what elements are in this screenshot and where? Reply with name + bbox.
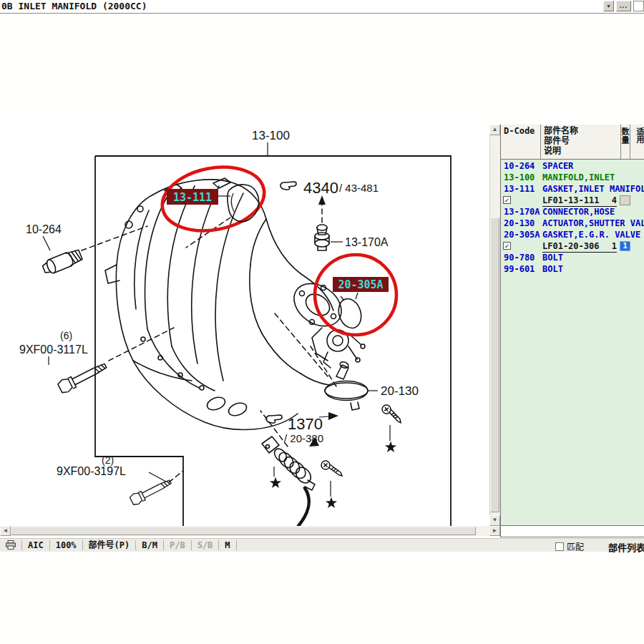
scroll-left-button[interactable]: ◄ [0, 526, 11, 536]
table-header: D-Code 部件名称 部件号 说明 数量 适用 [501, 125, 644, 160]
label-4340[interactable]: 4340 [303, 179, 338, 197]
m-button[interactable]: M [219, 540, 236, 550]
pb-button: P/B [164, 540, 192, 550]
scroll-right-button[interactable]: ► [489, 526, 500, 536]
section-bar: 0B INLET MANIFOLD (2000CC) ▼ ... [0, 0, 644, 14]
callout-1370[interactable]: 1370 / 20-380 [266, 412, 338, 447]
label-43-481[interactable]: / 43-481 [339, 182, 379, 194]
sb-button: S/B [192, 540, 220, 550]
part-code: 20-305A [504, 229, 542, 240]
star-marker [270, 477, 281, 488]
label-10-264[interactable]: 10-264 [26, 223, 62, 235]
zoom-level[interactable]: 100% [50, 540, 83, 550]
table-row[interactable]: 99-601 BOLT [501, 263, 644, 275]
part-qty: 1 [600, 240, 617, 252]
row-checkbox[interactable]: ✓ [503, 242, 511, 250]
table-row[interactable]: 10-264 SPACER [501, 160, 644, 172]
ellipsis-icon: ... [620, 1, 628, 9]
callout-9XF00-3197L[interactable]: (2) 9XF00-3197L [57, 454, 172, 506]
screw-drawing [380, 404, 403, 423]
label-1370[interactable]: 1370 [288, 415, 323, 433]
bm-button[interactable]: B/M [136, 540, 164, 550]
part-code: 13-100 [504, 172, 542, 183]
arrow-down-icon: ▼ [492, 517, 498, 523]
arrow-right-icon: ► [492, 527, 498, 534]
table-row[interactable]: 90-780 BOLT [501, 252, 644, 263]
label-9XF00-3117L[interactable]: 9XF00-3117L [19, 343, 88, 356]
arrow-left-icon: ◄ [3, 527, 9, 534]
table-row[interactable]: 13-100 MANIFOLD,INLET [501, 172, 644, 183]
section-combobox-value[interactable]: 0B INLET MANIFOLD (2000CC) [1, 1, 147, 11]
chevron-down-icon: ▼ [606, 4, 611, 9]
table-row-partnumber[interactable]: ✓ LF01-13-111 4 [501, 195, 644, 206]
part-name: GASKET,INLET MANIFOLD [542, 183, 644, 195]
combobox-dropdown-button[interactable]: ▼ [603, 1, 614, 11]
row-checkbox[interactable]: ✓ [503, 196, 511, 204]
column-header-name[interactable]: 部件名称 部件号 说明 [541, 125, 621, 159]
match-checkbox[interactable] [555, 542, 564, 551]
highlight-circle [315, 255, 396, 335]
header-name-line2: 部件号 [544, 136, 620, 146]
label-13-170A[interactable]: 13-170A [345, 236, 389, 248]
horizontal-scroll-thumb[interactable] [11, 527, 476, 535]
table-row[interactable]: 20-130 ACTUATOR,SHUTTER VALVE [501, 218, 644, 229]
part-code: 10-264 [504, 160, 542, 172]
part-name: BOLT [542, 252, 563, 263]
mini-field [633, 1, 644, 11]
hose-connector-drawing [315, 225, 329, 250]
part-code: 13-111 [504, 183, 542, 195]
part-number-button[interactable]: 部件号(P) [83, 540, 137, 550]
qty-cell[interactable] [620, 195, 630, 205]
bolt-drawing [129, 477, 172, 507]
parts-table-panel: D-Code 部件名称 部件号 说明 数量 适用 10-264 SPACER 1… [500, 125, 644, 525]
table-row[interactable]: 13-111 GASKET,INLET MANIFOLD [501, 183, 644, 195]
frame-label[interactable]: 13-100 [252, 129, 290, 142]
callout-4340[interactable]: 4340 / 43-481 [280, 179, 379, 197]
table-row[interactable]: 20-305A GASKET,E.G.R. VALVE [501, 229, 644, 240]
part-code: 13-170A [504, 206, 542, 218]
match-checkbox-group[interactable]: 匹配 [550, 540, 602, 550]
column-header-qty[interactable]: 数量 [621, 125, 630, 159]
statusbar-spacer [237, 540, 550, 550]
label-20-130[interactable]: 20-130 [381, 384, 419, 398]
callout-20-305A[interactable]: 20-305A [315, 255, 396, 335]
scroll-up-button[interactable]: ▲ [489, 125, 500, 135]
actuator-drawing [325, 361, 368, 410]
part-name: GASKET,E.G.R. VALVE [542, 229, 640, 240]
label-9XF00-3197L[interactable]: 9XF00-3197L [57, 465, 126, 477]
part-code: 20-130 [504, 218, 542, 229]
column-header-dcode[interactable]: D-Code [501, 125, 541, 159]
aic-button[interactable]: AIC [22, 540, 50, 550]
callout-13-111[interactable]: 13-111 [157, 159, 270, 239]
vertical-scroll-thumb[interactable] [490, 218, 499, 512]
part-name: MANIFOLD,INLET [542, 172, 615, 183]
pointing-hand-icon [266, 415, 282, 423]
match-label: 匹配 [567, 542, 584, 552]
egr-valve-drawing [262, 436, 342, 526]
part-name: CONNECTOR,HOSE [542, 206, 615, 218]
qty-cell-selected[interactable]: 1 [620, 241, 630, 251]
filter-input[interactable] [500, 525, 644, 537]
column-header-extra[interactable]: 适用 [630, 125, 644, 159]
part-code: 90-780 [504, 252, 542, 263]
screw-drawing [321, 461, 342, 476]
bolt-drawing [57, 359, 109, 394]
part-name: ACTUATOR,SHUTTER VALVE [542, 218, 644, 229]
part-name: SPACER [542, 160, 573, 172]
callout-13-170A[interactable]: 13-170A [315, 225, 389, 250]
table-row[interactable]: 13-170A CONNECTOR,HOSE [501, 206, 644, 218]
arrow-up-icon: ▲ [492, 126, 498, 132]
label-20-305A[interactable]: 20-305A [338, 278, 383, 291]
scroll-down-button[interactable]: ▼ [489, 515, 500, 526]
callout-20-130[interactable]: 20-130 [325, 361, 419, 452]
label-20-380[interactable]: / 20-380 [284, 432, 323, 444]
parts-list-label[interactable]: 部件列表 [602, 540, 644, 550]
parts-diagram[interactable]: 13-100 [0, 125, 500, 526]
table-row-partnumber[interactable]: ✓ LF01-20-306 1 1 [501, 240, 644, 252]
callout-10-264[interactable]: 10-264 [26, 223, 83, 276]
status-toolbar: AIC 100% 部件号(P) B/M P/B S/B M 匹配 部件列表 [0, 538, 644, 552]
star-marker [326, 497, 337, 508]
browse-button[interactable]: ... [616, 1, 631, 11]
label-13-111[interactable]: 13-111 [173, 191, 212, 204]
print-button[interactable] [0, 540, 22, 550]
